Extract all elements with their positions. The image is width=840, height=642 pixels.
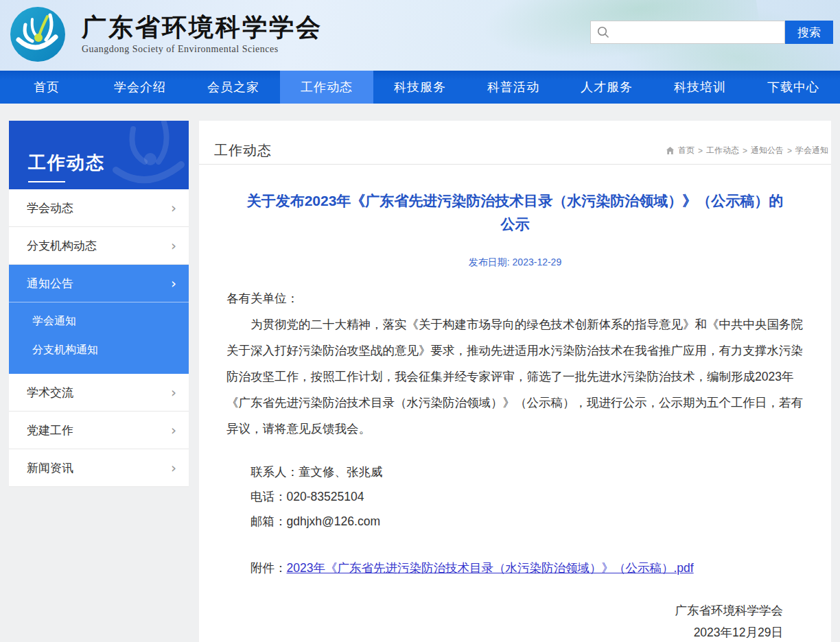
- attachment-label: 附件：: [250, 561, 287, 575]
- site-header: 广东省环境科学学会 Guangdong Society of Environme…: [0, 0, 840, 71]
- breadcrumb-society-notice[interactable]: 学会通知: [795, 145, 828, 156]
- article: 关于发布2023年《广东省先进污染防治技术目录（水污染防治领域）》（公示稿）的公…: [199, 189, 831, 642]
- chevron-right-icon: ›: [171, 385, 176, 399]
- sidebar-subitem-branch-notice[interactable]: 分支机构通知: [9, 335, 189, 364]
- article-title: 关于发布2023年《广东省先进污染防治技术目录（水污染防治领域）》（公示稿）的公…: [243, 189, 787, 236]
- sidebar-menu: 学会动态 › 分支机构动态 › 通知公告 › 学会通知 分支机构通知 学术交流: [9, 189, 189, 487]
- sidebar-item-society-news[interactable]: 学会动态 ›: [9, 189, 189, 227]
- breadcrumb-work-news[interactable]: 工作动态: [706, 145, 739, 156]
- nav-item-work-news[interactable]: 工作动态: [280, 71, 373, 104]
- nav-item-home[interactable]: 首页: [0, 71, 93, 104]
- article-paragraph: 为贯彻党的二十大精神，落实《关于构建市场导向的绿色技术创新体系的指导意见》和《中…: [226, 311, 804, 442]
- sidebar-header: 工作动态: [9, 121, 189, 189]
- contact-block: 联系人：童文修、张兆威 电话：020-83525104 邮箱：gdhjxh@12…: [226, 460, 804, 534]
- contact-email: 邮箱：gdhjxh@126.com: [226, 509, 804, 534]
- org-name-en: Guangdong Society of Environmental Scien…: [82, 44, 323, 55]
- article-salutation: 各有关单位：: [226, 285, 804, 311]
- breadcrumb-separator: >: [787, 146, 792, 156]
- chevron-right-icon: ›: [171, 461, 176, 475]
- home-icon: [666, 146, 675, 155]
- main-panel: 工作动态 首页 > 工作动态 > 通知公告 > 学会通知 关于发布2023年《广…: [199, 121, 831, 642]
- breadcrumb-notices[interactable]: 通知公告: [751, 145, 784, 156]
- sidebar-item-party-building[interactable]: 党建工作 ›: [9, 412, 189, 449]
- contact-person: 联系人：童文修、张兆威: [226, 460, 804, 484]
- sidebar-item-branch-news[interactable]: 分支机构动态 ›: [9, 227, 189, 265]
- attachment-line: 附件：2023年《广东省先进污染防治技术目录（水污染防治领域）》（公示稿）.pd…: [226, 560, 804, 576]
- signature-block: 广东省环境科学学会 2023年12月29日: [226, 599, 804, 642]
- search-input[interactable]: [590, 21, 785, 44]
- sidebar-submenu: 学会通知 分支机构通知: [9, 302, 189, 374]
- chevron-right-icon: ›: [171, 276, 176, 290]
- search-button[interactable]: 搜索: [785, 21, 833, 44]
- nav-item-tech-service[interactable]: 科技服务: [373, 71, 467, 104]
- chevron-right-icon: ›: [171, 201, 176, 215]
- sidebar-item-label: 学会动态: [27, 200, 73, 216]
- page: 广东省环境科学学会 Guangdong Society of Environme…: [0, 0, 840, 642]
- content-area: 工作动态 学会动态 › 分支机构动态 › 通知公告 › 学会通知 分支机构通知: [0, 104, 840, 642]
- nav-item-members[interactable]: 会员之家: [187, 71, 280, 104]
- breadcrumb: 首页 > 工作动态 > 通知公告 > 学会通知: [666, 145, 828, 156]
- nav-item-tech-training[interactable]: 科技培训: [653, 71, 747, 104]
- org-name-zh: 广东省环境科学学会: [82, 14, 323, 41]
- article-body: 各有关单位： 为贯彻党的二十大精神，落实《关于构建市场导向的绿色技术创新体系的指…: [226, 285, 804, 442]
- sidebar-item-label: 分支机构动态: [27, 238, 97, 254]
- sidebar-item-label: 党建工作: [27, 423, 73, 438]
- nav-item-download[interactable]: 下载中心: [747, 71, 840, 104]
- search-icon: [597, 26, 609, 38]
- signature-date: 2023年12月29日: [226, 621, 783, 642]
- sidebar-subitem-society-notice[interactable]: 学会通知: [9, 307, 189, 335]
- chevron-right-icon: ›: [171, 423, 176, 437]
- search-area: 搜索: [590, 21, 833, 44]
- sidebar-item-label: 新闻资讯: [27, 460, 73, 476]
- attachment-pdf-link[interactable]: 2023年《广东省先进污染防治技术目录（水污染防治领域）》（公示稿）.pdf: [287, 561, 694, 575]
- sidebar-title: 工作动态: [28, 151, 189, 182]
- panel-divider: [199, 164, 831, 165]
- brand[interactable]: 广东省环境科学学会 Guangdong Society of Environme…: [9, 5, 323, 63]
- breadcrumb-separator: >: [743, 146, 747, 156]
- signature-org: 广东省环境科学学会: [226, 599, 783, 621]
- nav-item-about[interactable]: 学会介绍: [93, 71, 187, 104]
- sidebar-item-label: 学术交流: [27, 385, 73, 401]
- main-nav: 首页 学会介绍 会员之家 工作动态 科技服务 科普活动 人才服务 科技培训 下载…: [0, 71, 840, 104]
- panel-header: 工作动态 首页 > 工作动态 > 通知公告 > 学会通知: [199, 121, 831, 164]
- sidebar: 工作动态 学会动态 › 分支机构动态 › 通知公告 › 学会通知 分支机构通知: [9, 121, 189, 487]
- breadcrumb-home[interactable]: 首页: [678, 145, 695, 156]
- search-box: [590, 21, 785, 44]
- chevron-right-icon: ›: [171, 239, 176, 252]
- nav-item-talent-service[interactable]: 人才服务: [560, 71, 653, 104]
- article-publish-date: 发布日期: 2023-12-29: [226, 257, 804, 269]
- nav-item-science-activity[interactable]: 科普活动: [467, 71, 560, 104]
- breadcrumb-separator: >: [698, 146, 703, 156]
- brand-text: 广东省环境科学学会 Guangdong Society of Environme…: [82, 14, 323, 55]
- org-logo-icon: [9, 5, 67, 63]
- page-title: 工作动态: [214, 141, 272, 160]
- sidebar-item-notices[interactable]: 通知公告 ›: [9, 265, 189, 302]
- sidebar-item-label: 通知公告: [27, 276, 73, 292]
- sidebar-item-academic-exchange[interactable]: 学术交流 ›: [9, 374, 189, 412]
- sidebar-item-news-info[interactable]: 新闻资讯 ›: [9, 449, 189, 487]
- contact-phone: 电话：020-83525104: [226, 484, 804, 509]
